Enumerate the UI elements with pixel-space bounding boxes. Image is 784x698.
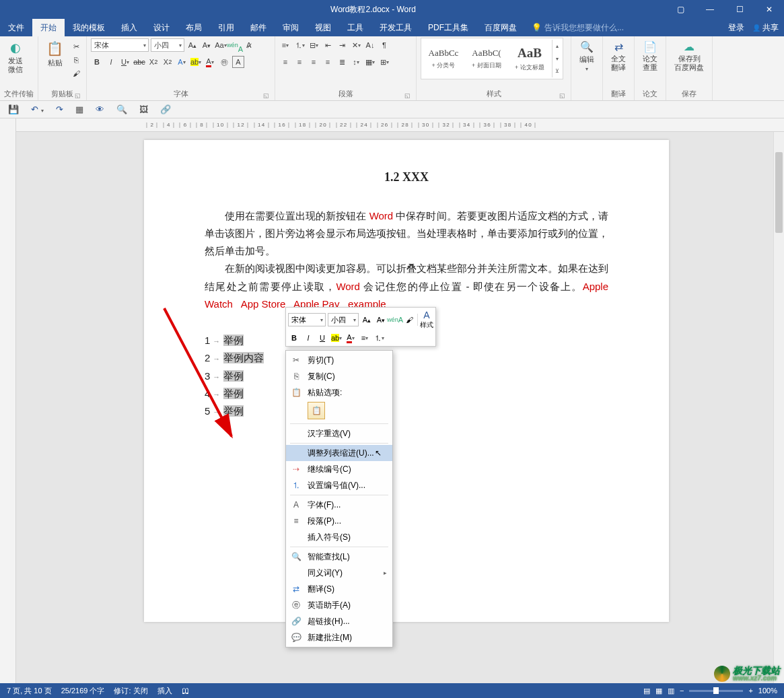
tab-developer[interactable]: 开发工具 [371,19,420,36]
maximize-button[interactable]: ☐ [725,0,754,19]
tab-view[interactable]: 视图 [307,19,339,36]
asian-layout-button[interactable]: ✕▾ [350,39,362,51]
qat-eye[interactable]: 👁 [96,104,104,114]
editing-button[interactable]: 🔍编辑▾ [575,38,598,75]
tab-mailings[interactable]: 邮件 [242,19,275,36]
qat-save[interactable]: 💾 [8,104,19,114]
clear-formatting-button[interactable]: A̷ [243,39,255,51]
ctx-synonyms[interactable]: 同义词(Y)▸ [286,565,392,581]
font-color-button[interactable]: A▾ [204,56,216,68]
mini-italic[interactable]: I [302,332,314,344]
qat-undo[interactable]: ↶ ▾ [31,104,44,114]
superscript-button[interactable]: X2 [162,56,174,68]
qat-redo[interactable]: ↷ [56,104,63,114]
mini-font-name[interactable]: 宋体 [288,313,326,326]
style-item-3[interactable]: AaB+ 论文标题 [509,40,550,77]
gallery-down[interactable]: ▾ [553,53,561,65]
view-read-mode[interactable]: ▤ [643,687,650,695]
copy-button[interactable]: ⎘ [70,54,82,66]
text-effects-button[interactable]: A▾ [176,56,188,68]
mini-phonetic[interactable]: wénA [389,314,401,326]
ctx-font[interactable]: A字体(F)... [286,497,392,513]
status-insert-mode[interactable]: 插入 [157,686,172,696]
horizontal-ruler[interactable]: ｜2｜｜4｜｜6｜｜8｜｜10｜｜12｜｜14｜｜16｜｜18｜｜20｜｜22｜… [16,118,784,132]
ctx-english-helper[interactable]: ⓔ英语助手(A) [286,597,392,613]
subscript-button[interactable]: X2 [147,56,159,68]
increase-indent-button[interactable]: ⇥ [336,39,348,51]
ctx-cut[interactable]: ✂剪切(T) [286,352,392,368]
tab-baidu-netdisk[interactable]: 百度网盘 [476,19,525,36]
char-border-button[interactable]: A [232,56,244,68]
tab-layout[interactable]: 布局 [178,19,210,36]
mini-font-size[interactable]: 小四 [328,313,359,326]
zoom-slider[interactable] [689,690,743,692]
tell-me-search[interactable]: 💡告诉我您想要做什么... [525,19,631,36]
format-painter-button[interactable]: 🖌 [70,67,82,79]
mini-bullets[interactable]: ≡▾ [359,332,371,344]
ctx-copy[interactable]: ⎘复制(C) [286,368,392,384]
mini-format-painter[interactable]: 🖌 [403,314,415,326]
gallery-up[interactable]: ▴ [553,40,561,53]
mini-styles[interactable]: 样式 [420,320,433,330]
status-word-count[interactable]: 25/2169 个字 [61,686,105,696]
scrollbar-thumb[interactable] [775,152,783,233]
justify-button[interactable]: ≡ [322,56,334,68]
styles-launcher[interactable]: ◱ [559,92,565,99]
qat-picture[interactable]: 🖼 [139,104,148,114]
mini-highlight[interactable]: ab▾ [330,332,343,344]
mini-numbering[interactable]: ⒈▾ [373,332,385,344]
share-button[interactable]: 👤 共享 [752,22,779,34]
thesis-check-button[interactable]: 📄论文 查重 [639,38,662,75]
document-page[interactable]: 1.2 XXX 使用在需要位置出现的新按钮在 Word 中保存时间。若要更改图片… [144,140,669,622]
vertical-scrollbar[interactable] [773,132,784,683]
style-item-1[interactable]: AaBbCc+ 分类号 [423,40,464,77]
gallery-more[interactable]: ⊻ [553,65,561,77]
ctx-smart-lookup[interactable]: 🔍智能查找(L) [286,549,392,565]
borders-button[interactable]: ⊞▾ [378,56,390,68]
view-print-layout[interactable]: ▦ [655,687,662,695]
decrease-indent-button[interactable]: ⇤ [322,39,334,51]
tab-file[interactable]: 文件 [0,19,32,36]
distributed-button[interactable]: ≣ [336,56,348,68]
font-launcher[interactable]: ◱ [263,92,269,99]
mini-font-color[interactable]: A▾ [345,332,357,344]
style-item-2[interactable]: AaBbC(+ 封面日期 [466,40,507,77]
qat-table[interactable]: ▦ [75,104,83,114]
status-track-changes[interactable]: 修订: 关闭 [114,686,147,696]
italic-button[interactable]: I [105,56,117,68]
qat-link[interactable]: 🔗 [160,104,171,114]
underline-button[interactable]: U▾ [119,56,131,68]
minimize-button[interactable]: — [695,0,725,19]
numbering-button[interactable]: ⒈▾ [293,39,306,51]
tab-insert[interactable]: 插入 [113,19,145,36]
ribbon-display-options[interactable]: ▢ [666,0,695,19]
mini-shrink-font[interactable]: A▾ [375,314,387,326]
change-case-button[interactable]: Aa▾ [215,39,227,51]
send-to-wechat-button[interactable]: ◐ 发送 微信 [4,38,27,77]
sort-button[interactable]: A↓ [364,39,376,51]
zoom-level[interactable]: 100% [758,687,777,695]
tab-tools[interactable]: 工具 [339,19,371,36]
align-left-button[interactable]: ≡ [279,56,291,68]
login-link[interactable]: 登录 [728,22,744,34]
paragraph-launcher[interactable]: ◱ [404,92,411,99]
tab-pdf-tools[interactable]: PDF工具集 [420,19,476,36]
paste-button[interactable]: 📋 粘贴 [42,38,67,71]
tab-design[interactable]: 设计 [145,19,178,36]
bold-button[interactable]: B [91,56,103,68]
ctx-hanzi-reselect[interactable]: 汉字重选(V) [286,425,392,442]
tab-my-templates[interactable]: 我的模板 [65,19,113,36]
ctx-new-comment[interactable]: 💬新建批注(M) [286,629,392,645]
mini-underline[interactable]: U [316,332,328,344]
qat-find[interactable]: 🔍 [116,104,127,114]
mini-bold[interactable]: B [288,332,300,344]
paste-option-keep-source[interactable]: 📋 [308,402,325,419]
ctx-paragraph[interactable]: ≡段落(P)... [286,513,392,529]
font-name-select[interactable]: 宋体 [91,38,149,52]
shading-button[interactable]: ▦▾ [364,56,376,68]
tab-home[interactable]: 开始 [32,19,65,36]
ctx-set-numbering-value[interactable]: ⒈设置编号值(V)... [286,477,392,493]
ctx-adjust-list-indent[interactable]: 调整列表缩进(U)...↖ [286,445,392,461]
phonetic-guide-button[interactable]: wénA [229,39,241,51]
ctx-insert-symbol[interactable]: 插入符号(S) [286,529,392,545]
